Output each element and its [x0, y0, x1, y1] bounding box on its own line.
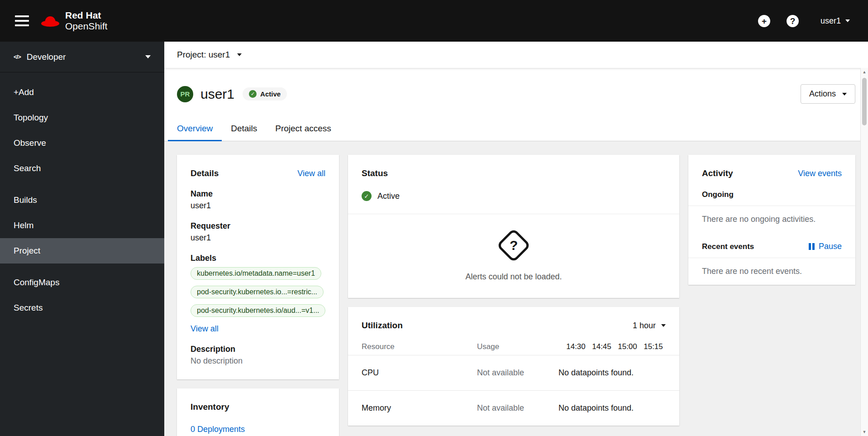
label-chip[interactable]: pod-security.kubernetes.io/aud...=v1...: [191, 304, 325, 317]
details-card-title: Details: [191, 168, 219, 178]
user-menu[interactable]: user1: [820, 16, 850, 26]
label-chip-row: pod-security.kubernetes.io/aud...=v1...: [191, 304, 325, 319]
actions-label: Actions: [809, 89, 836, 99]
details-view-all-link[interactable]: View all: [297, 169, 325, 178]
nav-section-main: +Add Topology Observe Search: [0, 80, 164, 181]
label-chip-row: pod-security.kubernetes.io...=restric...: [191, 286, 325, 300]
resource-usage: Not available: [477, 403, 558, 413]
details-card: Details View all Name user1 Requester us…: [177, 155, 339, 379]
tab-overview[interactable]: Overview: [168, 116, 222, 141]
sidebar-item-add[interactable]: +Add: [0, 80, 164, 105]
status-card: Status ✓ Active ? Alerts could not be lo: [348, 155, 679, 298]
pause-button[interactable]: Pause: [809, 242, 842, 251]
tab-details[interactable]: Details: [222, 116, 266, 141]
chevron-down-icon: [237, 53, 242, 56]
resource-datapoints: No datapoints found.: [558, 368, 666, 378]
add-icon[interactable]: +: [758, 15, 770, 27]
project-resource-badge: PR: [177, 86, 193, 102]
alerts-message: Alerts could not be loaded.: [362, 272, 666, 282]
username: user1: [820, 16, 841, 26]
title-row: PR user1 ✓ Active Actions: [164, 84, 868, 104]
nav-section-workloads: Builds Helm Project: [0, 187, 164, 264]
dashboard-grid: Details View all Name user1 Requester us…: [164, 141, 868, 436]
sidebar-item-secrets[interactable]: Secrets: [0, 295, 164, 321]
activity-card: Activity View events Ongoing There are n…: [688, 155, 855, 285]
left-column: Details View all Name user1 Requester us…: [177, 155, 339, 436]
chevron-down-icon: [842, 93, 847, 96]
ongoing-empty-message: There are no ongoing activities.: [688, 206, 855, 233]
sidebar-item-observe[interactable]: Observe: [0, 130, 164, 156]
deployments-link[interactable]: 0 Deployments: [191, 425, 245, 434]
sidebar-item-project[interactable]: Project: [0, 238, 164, 264]
sidebar-item-configmaps[interactable]: ConfigMaps: [0, 270, 164, 295]
sidebar-item-topology[interactable]: Topology: [0, 105, 164, 130]
chevron-down-icon: [661, 324, 666, 327]
view-events-link[interactable]: View events: [798, 169, 842, 178]
label-chip[interactable]: pod-security.kubernetes.io...=restric...: [191, 286, 324, 298]
labels-label: Labels: [191, 254, 325, 263]
pause-label: Pause: [819, 242, 842, 251]
activity-card-title: Activity: [702, 168, 733, 178]
nav-toggle-icon[interactable]: [13, 13, 31, 29]
unknown-status-icon: ?: [496, 228, 531, 263]
scroll-up-icon[interactable]: ▲: [861, 68, 868, 76]
perspective-label: Developer: [27, 52, 66, 62]
vertical-scrollbar[interactable]: ▲ ▼: [860, 68, 868, 436]
name-label: Name: [191, 189, 325, 199]
page-title: user1: [200, 86, 234, 102]
brand-name: Red Hat: [65, 10, 107, 21]
activity-card-header: Activity View events: [688, 155, 855, 181]
resource-column-header: Resource: [362, 342, 477, 351]
scrollbar-thumb[interactable]: [862, 78, 867, 125]
sidebar-item-helm[interactable]: Helm: [0, 213, 164, 238]
help-icon[interactable]: ?: [787, 15, 799, 27]
app-body: </> Developer +Add Topology Observe Sear…: [0, 42, 868, 436]
sidebar-item-builds[interactable]: Builds: [0, 187, 164, 213]
project-selector-label: Project: user1: [177, 50, 230, 60]
pause-icon: [809, 243, 815, 250]
recent-events-empty-message: There are no recent events.: [688, 258, 855, 285]
inventory-card-title: Inventory: [191, 402, 229, 412]
unknown-glyph: ?: [510, 238, 518, 253]
labels-view-all-link[interactable]: View all: [191, 324, 219, 334]
main-area: Project: user1 PR user1 ✓ Active Actions: [164, 42, 868, 436]
time-tick-label: 15:15: [640, 342, 666, 351]
tab-bar: Overview Details Project access: [164, 116, 868, 141]
project-selector[interactable]: Project: user1: [164, 42, 868, 68]
brand-logo[interactable]: Red Hat OpenShift: [41, 10, 107, 31]
sidebar-item-search[interactable]: Search: [0, 156, 164, 181]
label-chip[interactable]: kubernetes.io/metadata.name=user1: [191, 267, 321, 280]
right-column: Activity View events Ongoing There are n…: [688, 155, 855, 285]
utilization-card: Utilization 1 hour Resource Usage: [348, 307, 679, 426]
utilization-card-header: Utilization 1 hour: [348, 307, 679, 331]
requester-value: user1: [191, 233, 325, 243]
time-tick-label: 15:00: [615, 342, 640, 351]
redhat-hat-icon: [41, 14, 60, 28]
project-status-text: Active: [377, 192, 400, 201]
status-badge: ✓ Active: [243, 87, 287, 101]
perspective-switcher[interactable]: </> Developer: [0, 42, 164, 72]
sidebar-nav: +Add Topology Observe Search Builds Helm…: [0, 72, 164, 322]
scroll-down-icon[interactable]: ▼: [861, 428, 868, 436]
actions-dropdown[interactable]: Actions: [801, 84, 855, 104]
description-label: Description: [191, 345, 325, 354]
time-tick-label: 14:45: [589, 342, 615, 351]
perspective-label-group: </> Developer: [14, 52, 66, 62]
nav-section-config: ConfigMaps Secrets: [0, 270, 164, 321]
scroll-region: PR user1 ✓ Active Actions Overview: [164, 68, 868, 436]
recent-events-label: Recent events: [702, 242, 754, 251]
chevron-down-icon: [145, 55, 151, 58]
utilization-card-title: Utilization: [362, 321, 403, 331]
code-icon: </>: [14, 53, 21, 60]
brand-text: Red Hat OpenShift: [65, 10, 107, 31]
alerts-body: ? Alerts could not be loaded.: [362, 214, 666, 284]
ongoing-section-header: Ongoing: [688, 181, 855, 206]
resource-usage: Not available: [477, 368, 558, 378]
tab-project-access[interactable]: Project access: [266, 116, 340, 141]
page-header: PR user1 ✓ Active Actions Overview: [164, 68, 868, 141]
time-axis: 14:30 14:45 15:00 15:15: [558, 342, 666, 351]
duration-dropdown[interactable]: 1 hour: [633, 321, 666, 331]
middle-column: Status ✓ Active ? Alerts could not be lo: [348, 155, 679, 426]
sidebar: </> Developer +Add Topology Observe Sear…: [0, 42, 164, 436]
chevron-down-icon: [845, 19, 850, 22]
